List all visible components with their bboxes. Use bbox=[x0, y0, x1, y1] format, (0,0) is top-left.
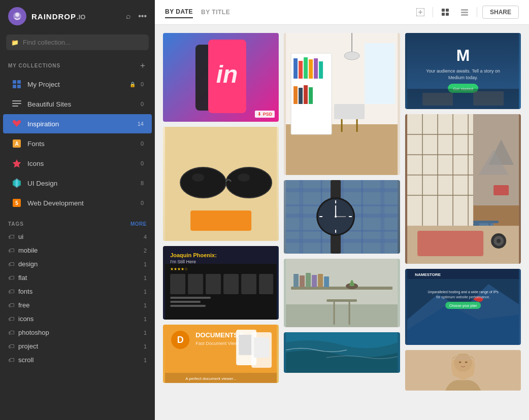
grid-item-woman[interactable] bbox=[405, 350, 521, 391]
svg-rect-113 bbox=[326, 299, 357, 302]
svg-rect-20 bbox=[442, 9, 445, 12]
tag-count-fonts: 1 bbox=[144, 289, 147, 295]
tag-item-flat[interactable]: 🏷 flat 1 bbox=[0, 271, 155, 285]
svg-text:A perfect document viewer...: A perfect document viewer... bbox=[185, 376, 237, 381]
grid-item-ocean[interactable] bbox=[284, 332, 400, 373]
svg-rect-14 bbox=[16, 179, 18, 188]
svg-text:Medium today.: Medium today. bbox=[448, 75, 478, 80]
my-project-icon bbox=[11, 79, 22, 90]
grid-item-documents[interactable]: D DOCUMENTS 5 Fast Document Viewer A p bbox=[163, 325, 279, 383]
tags-section: TAGS MORE 🏷 ui 4 🏷 mobile 2 🏷 design 1 🏷… bbox=[0, 213, 155, 371]
sidebar-item-inspiration[interactable]: Inspiration 14 bbox=[3, 114, 152, 133]
svg-rect-68 bbox=[309, 59, 313, 79]
web-development-badge: 0 bbox=[141, 200, 144, 206]
search-icon[interactable]: ⌕ bbox=[126, 12, 131, 21]
svg-point-34 bbox=[192, 173, 204, 182]
tag-item-design[interactable]: 🏷 design 1 bbox=[0, 257, 155, 271]
web-development-icon: 5 bbox=[11, 197, 22, 208]
grid-item-imdb[interactable]: Joaquin Phoenix: I'm Still Here ★★★★☆ bbox=[163, 246, 279, 320]
sidebar-item-web-development[interactable]: 5 Web Development 0 bbox=[3, 193, 152, 213]
beautiful-sites-icon bbox=[11, 98, 22, 110]
sidebar-item-my-project[interactable]: My Project 🔒 0 bbox=[3, 75, 152, 94]
beautiful-sites-badge: 0 bbox=[141, 101, 144, 107]
svg-text:A: A bbox=[15, 141, 18, 147]
grid-item-watch[interactable] bbox=[284, 180, 400, 254]
sort-by-title-tab[interactable]: BY TITLE bbox=[201, 7, 230, 18]
grid-view-button[interactable] bbox=[438, 5, 452, 19]
svg-rect-80 bbox=[365, 43, 395, 104]
svg-rect-138 bbox=[473, 221, 499, 223]
svg-rect-23 bbox=[446, 13, 449, 16]
svg-text:Joaquin Phoenix:: Joaquin Phoenix: bbox=[170, 252, 217, 258]
tags-more-button[interactable]: MORE bbox=[130, 221, 147, 227]
tag-item-fonts[interactable]: 🏷 fonts 1 bbox=[0, 285, 155, 298]
tag-item-mobile[interactable]: 🏷 mobile 2 bbox=[0, 243, 155, 257]
grid-item-invision[interactable]: in ⬇ PSD bbox=[163, 33, 279, 122]
svg-rect-73 bbox=[304, 85, 308, 104]
tag-icon: 🏷 bbox=[8, 274, 14, 282]
grid-item-hosting[interactable]: NAMESTORE Unparalleled hosting and a wid… bbox=[405, 269, 521, 345]
sidebar-item-ui-design[interactable]: UI Design 8 bbox=[3, 173, 152, 193]
search-placeholder: Find collection... bbox=[23, 39, 71, 46]
svg-rect-108 bbox=[312, 275, 317, 287]
svg-rect-47 bbox=[259, 274, 273, 294]
ui-design-label: UI Design bbox=[27, 180, 136, 187]
tag-label-icons: icons bbox=[18, 315, 140, 323]
collections-list: My Project 🔒 0 Beautiful Sites 0 bbox=[0, 74, 155, 213]
tag-item-free[interactable]: 🏷 free 1 bbox=[0, 298, 155, 312]
svg-rect-127 bbox=[407, 114, 473, 226]
grid-item-sunglasses[interactable] bbox=[163, 127, 279, 241]
tag-count-free: 1 bbox=[144, 302, 147, 308]
grid-item-interior[interactable] bbox=[284, 33, 400, 175]
grid-item-shelf[interactable] bbox=[284, 259, 400, 327]
grid-column-1: in ⬇ PSD bbox=[163, 33, 279, 391]
toolbar-right: SHARE bbox=[413, 5, 519, 19]
tag-label-ui: ui bbox=[18, 233, 140, 240]
svg-rect-26 bbox=[461, 14, 468, 16]
masonry-grid: in ⬇ PSD bbox=[163, 33, 521, 391]
tag-item-project[interactable]: 🏷 project 1 bbox=[0, 339, 155, 353]
list-view-button[interactable] bbox=[457, 5, 472, 19]
tag-label-flat: flat bbox=[18, 274, 140, 282]
share-button[interactable]: SHARE bbox=[482, 6, 519, 19]
tag-item-scroll[interactable]: 🏷 scroll 1 bbox=[0, 353, 155, 367]
sidebar-item-beautiful-sites[interactable]: Beautiful Sites 0 bbox=[3, 94, 152, 114]
sort-by-date-tab[interactable]: BY DATE bbox=[165, 6, 193, 18]
tag-item-photoshop[interactable]: 🏷 photoshop 1 bbox=[0, 326, 155, 339]
svg-rect-67 bbox=[304, 57, 308, 79]
sidebar: RAINDROP .IO ⌕ ••• 📁 Find collection... … bbox=[0, 0, 155, 420]
grid-item-medium[interactable]: M Your audience awaits. Tell a story on … bbox=[405, 33, 521, 109]
svg-point-147 bbox=[497, 239, 501, 243]
svg-text:Fast Document Viewer: Fast Document Viewer bbox=[195, 341, 242, 346]
svg-point-32 bbox=[226, 167, 272, 198]
tag-label-scroll: scroll bbox=[18, 356, 140, 364]
svg-text:Choose your plan: Choose your plan bbox=[449, 304, 477, 308]
svg-text:★★★★☆: ★★★★☆ bbox=[170, 267, 188, 271]
svg-rect-69 bbox=[314, 58, 318, 79]
svg-rect-2 bbox=[13, 80, 16, 84]
tag-item-ui[interactable]: 🏷 ui 4 bbox=[0, 230, 155, 243]
sidebar-item-fonts[interactable]: A Fonts 0 bbox=[3, 134, 152, 153]
lock-icon: 🔒 bbox=[129, 82, 136, 87]
tag-icon: 🏷 bbox=[8, 288, 14, 295]
fonts-label: Fonts bbox=[27, 140, 136, 148]
app-name: RAINDROP bbox=[31, 12, 76, 21]
tag-icon: 🏷 bbox=[8, 357, 14, 364]
search-bar[interactable]: 📁 Find collection... bbox=[6, 34, 149, 50]
tag-label-photoshop: photoshop bbox=[18, 329, 140, 336]
logo-area: RAINDROP .IO bbox=[8, 7, 85, 25]
svg-rect-42 bbox=[170, 274, 185, 294]
add-item-button[interactable] bbox=[413, 5, 427, 19]
svg-rect-21 bbox=[446, 9, 449, 12]
svg-rect-110 bbox=[324, 276, 329, 287]
collections-label: MY COLLECTIONS bbox=[8, 63, 60, 68]
svg-rect-8 bbox=[12, 106, 18, 107]
fonts-badge: 0 bbox=[141, 141, 144, 147]
svg-text:for optimum website performanc: for optimum website performance. bbox=[436, 295, 490, 299]
sidebar-item-icons[interactable]: Icons 0 bbox=[3, 154, 152, 173]
more-icon[interactable]: ••• bbox=[138, 12, 147, 21]
tags-label: TAGS bbox=[8, 221, 24, 227]
grid-item-japanese-room[interactable] bbox=[405, 114, 521, 264]
add-collection-button[interactable]: ＋ bbox=[139, 60, 147, 71]
tag-item-icons[interactable]: 🏷 icons 1 bbox=[0, 312, 155, 326]
